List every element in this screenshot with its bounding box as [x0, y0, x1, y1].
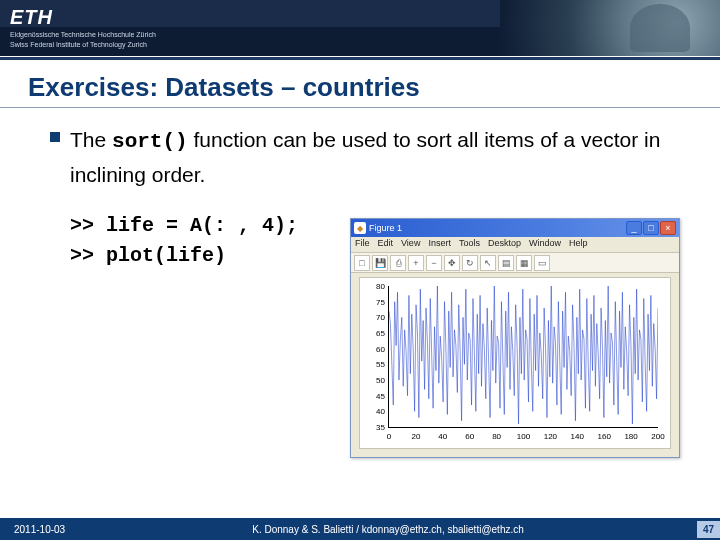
dome-shape [630, 4, 690, 52]
colorbar-icon[interactable]: ▤ [498, 255, 514, 271]
eth-logo: ETH [10, 6, 156, 29]
file-new-icon[interactable]: □ [354, 255, 370, 271]
xtick: 180 [624, 432, 637, 441]
eth-subline1: Eidgenössische Technische Hochschule Zür… [10, 31, 156, 39]
menu-edit[interactable]: Edit [378, 238, 394, 251]
xtick: 80 [492, 432, 501, 441]
menu-window[interactable]: Window [529, 238, 561, 251]
menu-bar: FileEditViewInsertToolsDesktopWindowHelp [351, 237, 679, 253]
menu-desktop[interactable]: Desktop [488, 238, 521, 251]
axes: 3540455055606570758002040608010012014016… [388, 286, 658, 428]
line-plot [389, 286, 658, 427]
bullet-pre: The [70, 128, 112, 151]
minimize-button[interactable]: _ [626, 221, 642, 235]
legend-icon[interactable]: ▦ [516, 255, 532, 271]
menu-help[interactable]: Help [569, 238, 588, 251]
footer-authors: K. Donnay & S. Balietti / kdonnay@ethz.c… [79, 524, 697, 535]
ytick: 70 [365, 313, 385, 322]
code-line-2: >> plot(life) [70, 244, 226, 267]
ytick: 80 [365, 282, 385, 291]
cursor-icon[interactable]: ↖ [480, 255, 496, 271]
ytick: 55 [365, 360, 385, 369]
xtick: 160 [598, 432, 611, 441]
footer: 2011-10-03 K. Donnay & S. Balietti / kdo… [0, 518, 720, 540]
rotate-icon[interactable]: ↻ [462, 255, 478, 271]
menu-tools[interactable]: Tools [459, 238, 480, 251]
zoom-out-icon[interactable]: − [426, 255, 442, 271]
matlab-figure-window: ◆ Figure 1 _ □ × FileEditViewInsertTools… [350, 218, 680, 458]
matlab-icon: ◆ [354, 222, 366, 234]
xtick: 40 [438, 432, 447, 441]
xtick: 20 [411, 432, 420, 441]
ytick: 60 [365, 344, 385, 353]
footer-date: 2011-10-03 [0, 524, 79, 535]
window-title: Figure 1 [369, 223, 402, 233]
code-line-1: >> life = A(: , 4); [70, 214, 298, 237]
print-icon[interactable]: ⎙ [390, 255, 406, 271]
ytick: 45 [365, 391, 385, 400]
bullet-square-icon [50, 132, 60, 142]
xtick: 100 [517, 432, 530, 441]
footer-page: 47 [697, 521, 720, 538]
ytick: 50 [365, 376, 385, 385]
plot-canvas: 3540455055606570758002040608010012014016… [359, 277, 671, 449]
zoom-in-icon[interactable]: + [408, 255, 424, 271]
ytick: 40 [365, 407, 385, 416]
xtick: 120 [544, 432, 557, 441]
toolbar: □💾⎙+−✥↻↖▤▦▭ [351, 253, 679, 273]
eth-subline2: Swiss Federal Institute of Technology Zu… [10, 41, 156, 49]
bullet-code: sort() [112, 130, 188, 153]
xtick: 200 [651, 432, 664, 441]
slide-title: Exercises: Datasets – countries [0, 60, 720, 108]
window-titlebar[interactable]: ◆ Figure 1 _ □ × [351, 219, 679, 237]
pan-icon[interactable]: ✥ [444, 255, 460, 271]
header-banner: ETH Eidgenössische Technische Hochschule… [0, 0, 720, 56]
bullet-text: The sort() function can be used to sort … [70, 124, 670, 191]
banner-photo [500, 0, 720, 56]
eth-logo-block: ETH Eidgenössische Technische Hochschule… [10, 6, 156, 48]
save-icon[interactable]: 💾 [372, 255, 388, 271]
menu-view[interactable]: View [401, 238, 420, 251]
close-button[interactable]: × [660, 221, 676, 235]
xtick: 0 [387, 432, 391, 441]
window-buttons: _ □ × [626, 221, 676, 235]
ytick: 35 [365, 423, 385, 432]
menu-file[interactable]: File [355, 238, 370, 251]
maximize-button[interactable]: □ [643, 221, 659, 235]
ytick: 65 [365, 329, 385, 338]
ytick: 75 [365, 297, 385, 306]
bullet-item: The sort() function can be used to sort … [50, 124, 670, 191]
xtick: 60 [465, 432, 474, 441]
box-icon[interactable]: ▭ [534, 255, 550, 271]
menu-insert[interactable]: Insert [428, 238, 451, 251]
xtick: 140 [571, 432, 584, 441]
